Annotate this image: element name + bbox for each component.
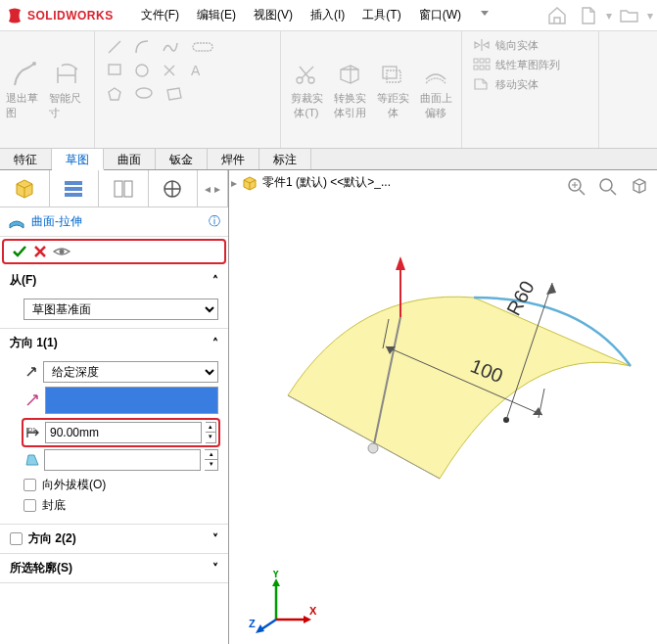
- new-doc-icon[interactable]: [575, 3, 602, 28]
- svg-text:Y: Y: [272, 571, 280, 579]
- chevron-down-icon: ˅: [212, 532, 218, 546]
- svg-text:A: A: [191, 63, 201, 78]
- direction2-section: 方向 2(2) ˅: [0, 525, 228, 554]
- tab-annotation[interactable]: 标注: [259, 149, 311, 169]
- spline-icon[interactable]: [162, 39, 179, 55]
- depth-icon: D1: [25, 426, 41, 439]
- line-icon[interactable]: [107, 39, 122, 55]
- draft-icon[interactable]: [23, 453, 40, 467]
- svg-point-3: [136, 65, 148, 76]
- selected-contours-section: 所选轮廓(S) ˅: [0, 554, 228, 583]
- property-manager-tab[interactable]: [50, 170, 100, 207]
- zoom-area-icon[interactable]: [594, 174, 622, 198]
- depth-input[interactable]: [45, 422, 202, 443]
- tab-sheetmetal[interactable]: 钣金: [156, 149, 208, 169]
- menu-insert[interactable]: 插入(I): [303, 3, 352, 27]
- tab-feature[interactable]: 特征: [0, 149, 52, 169]
- menu-bar: 文件(F) 编辑(E) 视图(V) 插入(I) 工具(T) 窗口(W): [133, 3, 498, 27]
- draft-outward-checkbox[interactable]: 向外拔模(O): [23, 475, 218, 495]
- circle-icon[interactable]: [134, 63, 150, 78]
- preview-icon[interactable]: [53, 246, 70, 257]
- from-section: 从(F) ˄ 草图基准面: [0, 266, 228, 329]
- point-icon[interactable]: [162, 63, 177, 78]
- svg-marker-5: [109, 88, 120, 100]
- menu-more-icon[interactable]: [471, 3, 498, 27]
- direction2-header[interactable]: 方向 2(2) ˅: [0, 525, 228, 553]
- depth-spinner[interactable]: ▴▾: [206, 422, 216, 443]
- view-orient-icon[interactable]: [626, 174, 653, 198]
- text-icon[interactable]: A: [189, 63, 205, 78]
- svg-rect-13: [486, 59, 490, 63]
- home-icon[interactable]: [543, 3, 571, 28]
- panel-tabs: ◂ ▸: [0, 170, 228, 207]
- rect-icon[interactable]: [107, 63, 122, 76]
- trim-button[interactable]: 剪裁实体(T): [285, 35, 328, 144]
- direction-vector-icon[interactable]: [23, 393, 41, 407]
- slot-icon[interactable]: [191, 39, 214, 55]
- config-manager-tab[interactable]: [99, 170, 149, 207]
- surface-offset-button[interactable]: 曲面上偏移: [414, 35, 457, 144]
- dim-radius: R60: [502, 277, 539, 319]
- ellipse-icon[interactable]: [134, 86, 154, 100]
- offset-entities-button[interactable]: 等距实体: [371, 35, 414, 144]
- menu-file[interactable]: 文件(F): [133, 3, 187, 27]
- menu-window[interactable]: 窗口(W): [411, 3, 469, 27]
- cap-checkbox[interactable]: 封底: [23, 495, 218, 516]
- dimxpert-tab[interactable]: [149, 170, 199, 207]
- dropdown-icon[interactable]: ▾: [647, 9, 653, 23]
- convert-button[interactable]: 转换实体引用: [328, 35, 371, 144]
- panel-nav[interactable]: ◂ ▸: [198, 170, 228, 207]
- menu-edit[interactable]: 编辑(E): [189, 3, 244, 27]
- solidworks-logo-icon: [6, 7, 23, 24]
- selected-contours-header[interactable]: 所选轮廓(S) ˅: [0, 554, 228, 582]
- draft-input[interactable]: [44, 449, 201, 471]
- quick-access: ▾ ▾: [543, 3, 657, 28]
- zoom-fit-icon[interactable]: [563, 174, 590, 198]
- feature-title: 曲面-拉伸: [31, 213, 82, 230]
- dropdown-icon[interactable]: ▾: [606, 9, 612, 23]
- direction-ref-input[interactable]: [45, 387, 218, 414]
- history-back-icon[interactable]: ▸: [231, 176, 237, 190]
- direction1-header[interactable]: 方向 1(1) ˄: [0, 329, 228, 357]
- svg-rect-9: [383, 67, 397, 78]
- from-header[interactable]: 从(F) ˄: [0, 266, 228, 295]
- chevron-down-icon: ˅: [212, 562, 218, 575]
- plane-icon[interactable]: [165, 86, 183, 102]
- menu-tools[interactable]: 工具(T): [354, 3, 408, 27]
- viewport[interactable]: ▸ 零件1 (默认) <<默认>_...: [229, 170, 657, 644]
- tab-surface[interactable]: 曲面: [104, 149, 156, 169]
- ok-button[interactable]: [12, 245, 27, 258]
- svg-text:Z: Z: [249, 618, 256, 629]
- from-select[interactable]: 草图基准面: [23, 299, 218, 320]
- arc-icon[interactable]: [134, 39, 150, 55]
- chevron-up-icon: ˄: [212, 337, 218, 350]
- end-condition-select[interactable]: 给定深度: [43, 361, 218, 383]
- extrude-surface-icon: [8, 214, 25, 230]
- draft-spinner[interactable]: ▴▾: [205, 449, 218, 471]
- reverse-direction-icon[interactable]: [23, 365, 39, 379]
- property-panel: ◂ ▸ 曲面-拉伸 ⓘ 从(F) ˄: [0, 170, 229, 644]
- app-logo: SOLIDWORKS: [6, 7, 114, 24]
- tab-sketch[interactable]: 草图: [52, 149, 104, 170]
- feature-manager-tab[interactable]: [0, 170, 50, 207]
- cancel-button[interactable]: [33, 245, 47, 258]
- smart-dimension-button[interactable]: 智能尺寸: [47, 35, 90, 144]
- open-icon[interactable]: [616, 3, 643, 28]
- exit-sketch-button[interactable]: 退出草图: [4, 35, 47, 144]
- chevron-up-icon: ˄: [212, 274, 218, 288]
- confirm-row: [2, 239, 226, 264]
- linear-pattern-button[interactable]: 线性草图阵列: [466, 55, 594, 74]
- model-canvas[interactable]: 100 R60: [229, 200, 657, 611]
- feature-header: 曲面-拉伸 ⓘ: [0, 207, 228, 237]
- svg-rect-20: [115, 181, 122, 197]
- svg-text:X: X: [309, 605, 317, 617]
- polygon-icon[interactable]: [107, 86, 122, 102]
- breadcrumb-text[interactable]: 零件1 (默认) <<默认>_...: [262, 174, 391, 191]
- menu-view[interactable]: 视图(V): [246, 3, 301, 27]
- tab-weldment[interactable]: 焊件: [208, 149, 259, 169]
- move-entities-button[interactable]: 移动实体: [466, 74, 594, 94]
- view-triad[interactable]: Y X Z: [249, 571, 317, 634]
- help-icon[interactable]: ⓘ: [209, 213, 220, 230]
- part-icon: [241, 175, 258, 191]
- mirror-button[interactable]: 镜向实体: [466, 35, 594, 55]
